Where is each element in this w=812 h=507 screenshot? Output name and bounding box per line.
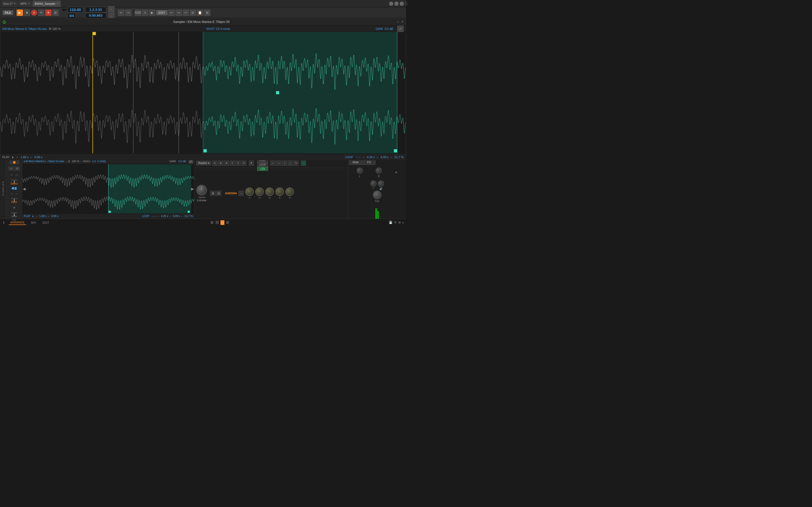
tap-tempo-button[interactable]: ↑↓ [108, 6, 114, 12]
tab-mpe[interactable]: MPE ✕ [18, 1, 32, 7]
window-maximize-button[interactable] [400, 2, 404, 6]
transport2-button[interactable]: ▶ [149, 9, 155, 16]
loop-dir-btn[interactable]: → [301, 161, 306, 166]
time-display[interactable]: 0:00.863 [85, 13, 106, 18]
out-knob[interactable] [373, 191, 382, 199]
info-button[interactable]: ℹ [2, 220, 6, 225]
midi-button[interactable]: ⊞ [52, 9, 59, 16]
loop-mode-btn[interactable]: LOOP [257, 163, 268, 167]
ahdsr-label[interactable]: AHDSR▾ [225, 192, 237, 195]
wf-nav-left[interactable]: ◀ [23, 187, 26, 191]
bp-icon-2[interactable]: ⊟ [14, 166, 20, 171]
nav-tilde-btn[interactable]: ∿ [293, 161, 299, 166]
nav-right-btn[interactable]: → [276, 161, 281, 166]
status-icon-2[interactable]: ⛓ [215, 220, 219, 225]
mode-icon-4[interactable]: ⌇ [230, 161, 235, 166]
nav-left-btn[interactable]: ← [270, 161, 275, 166]
note-button[interactable]: Note [349, 160, 362, 165]
grid-btn-1[interactable]: ⊞ [210, 191, 215, 196]
power-button[interactable]: ⏻ [2, 20, 6, 24]
grid-icon[interactable]: ⊞ [398, 221, 401, 224]
mode-icon-5[interactable]: ⌇ [236, 161, 241, 166]
edit-status-button[interactable]: EDIT [41, 221, 51, 225]
paste-button[interactable]: 📋 [197, 9, 203, 16]
status-icon-3[interactable]: □ [220, 220, 224, 225]
repitch-select[interactable]: Repitch ▾ [196, 161, 211, 165]
cut-button[interactable]: ✂ [183, 9, 189, 16]
settings-icon[interactable]: ⚙ [394, 221, 397, 224]
fx-button[interactable]: FX [363, 160, 375, 165]
l-knob[interactable] [357, 167, 363, 174]
close-button[interactable]: ✕ [401, 20, 404, 23]
window-minimize-button[interactable] [394, 2, 399, 6]
wf-zoom-control[interactable]: ⊞ 100 % [49, 27, 60, 31]
expand-wf-button[interactable]: ⤢ [397, 25, 404, 32]
left-arrow[interactable]: ← [10, 173, 14, 177]
h-knob[interactable] [255, 187, 264, 196]
pitch-knob[interactable] [11, 198, 18, 199]
file-button[interactable]: FILE [3, 10, 13, 15]
gain-value[interactable]: 0.0 dB [385, 27, 393, 31]
tab-new2-close[interactable]: ✕ [13, 2, 15, 5]
duplicate-button[interactable]: ⊞ [204, 9, 210, 16]
add-device-button[interactable]: + [395, 170, 398, 175]
nav-down-btn[interactable]: ↓ [288, 161, 293, 166]
add-track-button[interactable]: ADD [135, 9, 141, 16]
undo2-button[interactable]: ↩ [168, 9, 175, 16]
s-knob[interactable] [275, 187, 284, 196]
stop-button[interactable]: ■ [24, 9, 30, 16]
time-sig-display[interactable]: 4/4 [67, 13, 76, 18]
record-button[interactable]: ● [31, 9, 37, 16]
grid-btn-2[interactable]: ⊟ [216, 191, 221, 196]
cents-value[interactable]: 0 cents [220, 27, 230, 31]
nav-up-btn[interactable]: ↑ [282, 161, 287, 166]
play-button[interactable]: ▶ [17, 9, 23, 16]
mode-icon-1[interactable]: ∿ [212, 161, 217, 166]
ahdsr-link-btn[interactable]: → [239, 191, 244, 196]
mode-icon-6[interactable]: ∿ [241, 161, 247, 166]
r-knob[interactable] [375, 167, 382, 174]
right-arrow[interactable]: → [15, 173, 18, 177]
arrange-button[interactable]: ARRANGE [9, 220, 26, 225]
undo-button[interactable]: ↩ [118, 9, 124, 16]
save-icon[interactable]: 💾 [389, 221, 393, 224]
tab-bws4-close[interactable]: ✕ [57, 2, 59, 5]
speaker-knob[interactable] [378, 180, 384, 187]
select-knob[interactable] [11, 180, 18, 181]
status-icon-4[interactable]: ⊞ [226, 220, 229, 225]
wf-nav-right[interactable]: ▶ [191, 187, 194, 191]
window-close-button[interactable] [389, 2, 393, 6]
redo-button[interactable]: ↪ [125, 9, 132, 16]
redo2-button[interactable]: ↪ [175, 9, 182, 16]
tab-mpe-close[interactable]: ✕ [28, 2, 30, 5]
right-arrow-2[interactable]: → [15, 192, 18, 195]
add-sampler-button[interactable]: + [13, 205, 15, 211]
r-knob[interactable] [286, 187, 294, 196]
bars-icon[interactable]: ≡ [402, 221, 404, 224]
mode-icon-2[interactable]: ∧ [218, 161, 223, 166]
status-icon-1[interactable]: ⊞ [210, 220, 214, 225]
position-display[interactable]: 1.2.3.33 [85, 7, 106, 12]
add-button[interactable]: + [45, 9, 52, 16]
settings-icon-btn[interactable]: ✦ [249, 161, 254, 166]
mixer-button[interactable]: ≡ [142, 9, 148, 16]
loop-button[interactable]: ⟳ [38, 9, 44, 16]
question-knob[interactable] [370, 180, 377, 187]
edit-button[interactable]: EDIT [156, 10, 167, 15]
bp-wf-display[interactable]: ◀ ▶ [22, 164, 195, 213]
a-knob[interactable] [245, 187, 254, 196]
left-arrow-2[interactable]: ← [11, 192, 14, 195]
root-value[interactable]: C3 [216, 27, 219, 31]
mode-icon-3[interactable]: ∧ [224, 161, 229, 166]
copy-button[interactable]: ⧉ [190, 9, 196, 16]
power-indicator[interactable] [9, 160, 19, 164]
bp-icon-1[interactable]: ≡ [8, 166, 14, 171]
tab-bws4[interactable]: BWS4_Sampler ✕ [33, 1, 60, 7]
tab-new2[interactable]: New 2* ✕ [1, 1, 18, 7]
d-knob[interactable] [265, 187, 274, 196]
tempo-display[interactable]: 110.00 [67, 7, 83, 13]
mix-button[interactable]: MIX [29, 221, 38, 225]
expand-button[interactable]: ⤢ [397, 20, 399, 23]
glide-knob[interactable] [11, 212, 18, 213]
speed-knob[interactable] [196, 185, 207, 195]
